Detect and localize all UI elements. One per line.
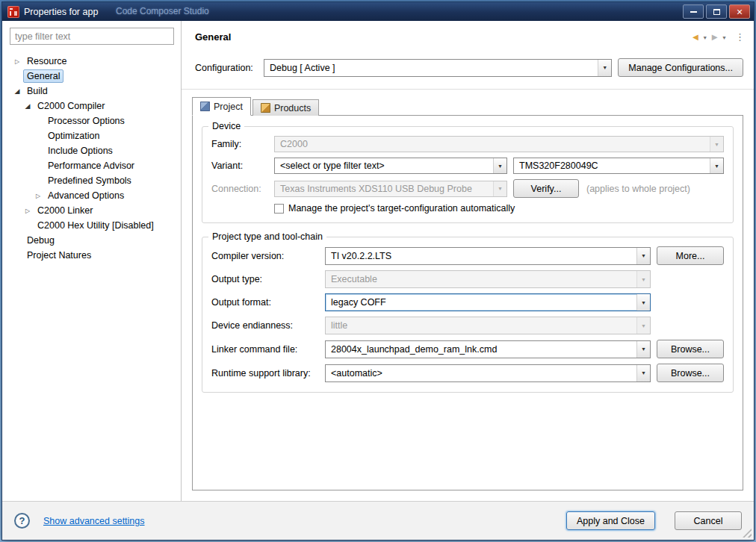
chevron-down-icon[interactable]: ▼ [636, 294, 650, 311]
tree-item-label[interactable]: C2000 Compiler [34, 99, 108, 113]
tree-item-advanced-options[interactable]: ▷ Advanced Options [2, 188, 181, 203]
configuration-combo[interactable]: Debug [ Active ] ▼ [264, 59, 612, 77]
tree-item-debug[interactable]: Debug [2, 233, 181, 248]
desktop-background: Properties for app Code Composer Studio … [0, 0, 756, 542]
linker-browse-button[interactable]: Browse... [657, 340, 724, 358]
applies-note: (applies to whole project) [586, 184, 690, 194]
tab-project[interactable]: Project [192, 97, 251, 116]
output-format-combo[interactable]: legacy COFF ▼ [325, 293, 651, 311]
tree-item-label[interactable]: C2000 Linker [34, 204, 96, 217]
output-type-combo: Executable ▼ [325, 270, 651, 288]
tree-item-c2000-compiler[interactable]: ◢ C2000 Compiler [2, 99, 181, 113]
apply-and-close-button[interactable]: Apply and Close [566, 511, 655, 530]
tree-item-label[interactable]: Processor Options [44, 114, 128, 128]
variant-filter-value: <select or type filter text> [280, 161, 385, 171]
minimize-button[interactable] [683, 4, 704, 19]
tree-item-performance-advisor[interactable]: Performance Advisor [2, 158, 181, 173]
verify-button[interactable]: Verify... [513, 179, 579, 198]
output-type-value: Executable [331, 274, 377, 284]
tree-item-resource[interactable]: ▷ Resource [2, 54, 181, 69]
device-endianness-label: Device endianness: [211, 320, 325, 331]
expand-arrow-icon[interactable]: ◢ [11, 87, 23, 95]
family-value: C2000 [280, 139, 308, 149]
tree-item-label[interactable]: Predefined Symbols [44, 174, 135, 187]
tree-item-label[interactable]: Include Options [44, 144, 117, 158]
expand-arrow-icon[interactable]: ◢ [22, 102, 34, 110]
manage-target-checkbox[interactable] [274, 204, 284, 214]
connection-combo: Texas Instruments XDS110 USB Debug Probe… [274, 181, 507, 197]
runtime-browse-button[interactable]: Browse... [657, 364, 724, 382]
page-title: General [195, 31, 231, 43]
window-title: Properties for app [24, 7, 98, 17]
variant-label: Variant: [211, 161, 274, 171]
variant-combo[interactable]: TMS320F280049C ▼ [513, 158, 724, 174]
compiler-version-label: Compiler version: [211, 251, 325, 261]
variant-filter-combo[interactable]: <select or type filter text> ▼ [274, 158, 507, 174]
chevron-down-icon[interactable]: ▼ [493, 158, 506, 173]
tree-item-label[interactable]: Build [23, 84, 52, 98]
tree-item-general[interactable]: General [2, 69, 181, 84]
resize-grip[interactable] [743, 529, 752, 538]
tree-item-label[interactable]: Debug [23, 234, 58, 247]
forward-arrow-icon[interactable]: ► [710, 31, 719, 43]
back-arrow-icon[interactable]: ◄ [690, 31, 700, 43]
collapse-arrow-icon[interactable]: ▷ [11, 58, 23, 65]
tree-item-processor-options[interactable]: Processor Options [2, 113, 181, 128]
help-icon[interactable]: ? [14, 513, 30, 529]
linker-command-file-value: 28004x_launchpad_demo_ram_lnk.cmd [331, 344, 497, 355]
tree-item-label[interactable]: Advanced Options [44, 189, 128, 202]
view-menu-icon[interactable]: ⋮ [735, 31, 745, 43]
app-icon [7, 6, 19, 18]
toolchain-group: Project type and tool-chain Compiler ver… [202, 237, 734, 393]
compiler-version-combo[interactable]: TI v20.2.2.LTS ▼ [325, 247, 651, 265]
tab-products[interactable]: Products [252, 99, 319, 116]
toolchain-group-legend: Project type and tool-chain [208, 231, 326, 242]
chevron-down-icon: ▼ [493, 181, 506, 196]
output-type-label: Output type: [211, 274, 325, 284]
variant-value: TMS320F280049C [519, 161, 598, 171]
tree-item-optimization[interactable]: Optimization [2, 128, 181, 143]
minimize-icon [690, 11, 697, 13]
tree-item-label[interactable]: Project Natures [23, 249, 95, 262]
compiler-version-value: TI v20.2.2.LTS [331, 251, 391, 261]
collapse-arrow-icon[interactable]: ▷ [22, 208, 34, 214]
title-bar[interactable]: Properties for app Code Composer Studio … [2, 2, 754, 21]
runtime-support-library-label: Runtime support library: [211, 368, 325, 379]
tree-item-c2000-hex-utility[interactable]: C2000 Hex Utility [Disabled] [2, 218, 181, 233]
chevron-down-icon[interactable]: ▼ [598, 60, 611, 76]
tree-item-label[interactable]: Resource [23, 54, 71, 68]
filter-input[interactable] [10, 28, 174, 45]
tree-item-label[interactable]: Performance Advisor [44, 159, 138, 172]
background-window-title: Code Composer Studio [116, 6, 209, 16]
more-button[interactable]: More... [657, 246, 724, 265]
tree-item-label[interactable]: C2000 Hex Utility [Disabled] [34, 219, 158, 232]
chevron-down-icon: ▼ [710, 137, 723, 152]
maximize-button[interactable] [706, 4, 727, 19]
runtime-support-library-combo[interactable]: <automatic> ▼ [325, 364, 651, 382]
close-icon: × [737, 7, 743, 17]
runtime-support-library-value: <automatic> [331, 368, 382, 379]
tree-item-include-options[interactable]: Include Options [2, 143, 181, 158]
tree-item-label[interactable]: General [23, 69, 63, 83]
forward-dropdown-icon[interactable]: ▼ [722, 33, 727, 40]
tree-item-build[interactable]: ◢ Build [2, 84, 181, 99]
tree-item-predefined-symbols[interactable]: Predefined Symbols [2, 173, 181, 188]
properties-sidebar: ▷ Resource General ◢ Build ◢ C2000 Compi… [2, 21, 182, 501]
collapse-arrow-icon[interactable]: ▷ [32, 193, 44, 199]
show-advanced-settings-link[interactable]: Show advanced settings [43, 516, 145, 526]
tree-item-c2000-linker[interactable]: ▷ C2000 Linker [2, 203, 181, 218]
chevron-down-icon[interactable]: ▼ [710, 158, 723, 173]
products-tab-icon [261, 103, 270, 113]
project-tab-panel: Device Family: C2000 ▼ Variant: <selec [192, 115, 743, 490]
tree-item-project-natures[interactable]: Project Natures [2, 248, 181, 263]
back-dropdown-icon[interactable]: ▼ [702, 33, 707, 40]
manage-configurations-button[interactable]: Manage Configurations... [618, 58, 743, 77]
chevron-down-icon[interactable]: ▼ [636, 365, 650, 381]
chevron-down-icon[interactable]: ▼ [636, 248, 650, 264]
linker-command-file-combo[interactable]: 28004x_launchpad_demo_ram_lnk.cmd ▼ [325, 340, 651, 358]
tree-item-label[interactable]: Optimization [44, 129, 103, 143]
chevron-down-icon[interactable]: ▼ [636, 341, 650, 358]
device-endianness-value: little [331, 320, 347, 331]
close-button[interactable]: × [729, 4, 750, 19]
cancel-button[interactable]: Cancel [675, 511, 742, 530]
